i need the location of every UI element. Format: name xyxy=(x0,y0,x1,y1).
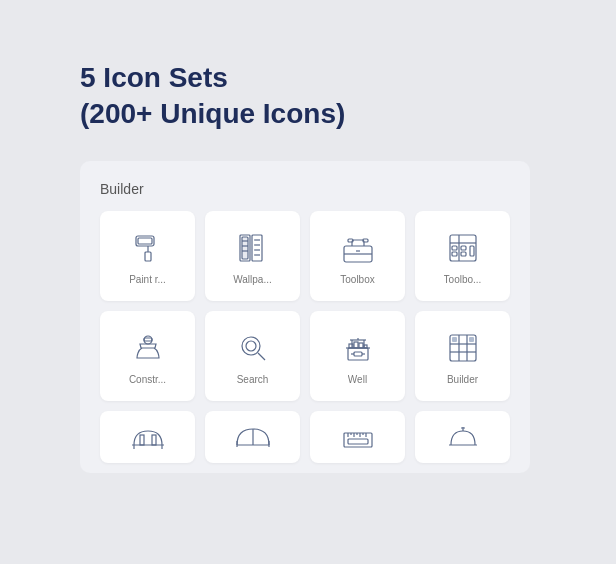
svg-line-30 xyxy=(258,353,265,360)
svg-rect-38 xyxy=(354,352,362,356)
svg-point-31 xyxy=(246,341,256,351)
icon-card-dome[interactable] xyxy=(415,411,510,463)
icon-panel: Builder Paint r... xyxy=(80,161,530,473)
svg-rect-22 xyxy=(452,246,457,250)
svg-rect-1 xyxy=(138,238,152,244)
svg-rect-51 xyxy=(469,337,474,342)
icon-card-toolbox[interactable]: Toolbox xyxy=(310,211,405,301)
construction-worker-icon xyxy=(130,330,166,366)
icon-grid: Paint r... Wallpa... xyxy=(100,211,510,463)
icon-card-toolbox2[interactable]: Toolbo... xyxy=(415,211,510,301)
well-icon xyxy=(340,330,376,366)
svg-rect-44 xyxy=(364,345,367,348)
measure-icon xyxy=(340,419,376,455)
svg-rect-42 xyxy=(354,342,358,348)
icon-label-search: Search xyxy=(237,374,269,385)
icon-label-toolbox2: Toolbo... xyxy=(444,274,482,285)
svg-rect-56 xyxy=(152,435,156,445)
svg-rect-23 xyxy=(461,246,466,250)
icon-label-well: Well xyxy=(348,374,367,385)
main-heading: 5 Icon Sets (200+ Unique Icons) xyxy=(80,60,536,133)
builder-icon xyxy=(445,330,481,366)
toolbox2-icon xyxy=(445,230,481,266)
dome-icon xyxy=(445,419,481,455)
svg-point-29 xyxy=(242,337,260,355)
search-icon xyxy=(235,330,271,366)
svg-rect-25 xyxy=(461,252,466,256)
icon-card-search[interactable]: Search xyxy=(205,311,300,401)
icon-label-wallpaper: Wallpa... xyxy=(233,274,272,285)
icon-card-builder[interactable]: Builder xyxy=(415,311,510,401)
page-wrapper: 5 Icon Sets (200+ Unique Icons) Builder … xyxy=(0,0,616,564)
svg-rect-50 xyxy=(452,337,457,342)
icon-label-paint-roller: Paint r... xyxy=(129,274,166,285)
svg-rect-26 xyxy=(470,246,474,256)
arch2-icon xyxy=(235,419,271,455)
icon-card-measure[interactable] xyxy=(310,411,405,463)
svg-rect-19 xyxy=(450,235,476,261)
svg-rect-9 xyxy=(252,235,262,261)
toolbox-icon xyxy=(340,230,376,266)
panel-title: Builder xyxy=(100,181,510,197)
wallpaper-icon xyxy=(235,230,271,266)
paint-roller-icon xyxy=(130,230,166,266)
icon-card-paint-roller[interactable]: Paint r... xyxy=(100,211,195,301)
icon-card-construction-worker[interactable]: Constr... xyxy=(100,311,195,401)
svg-rect-5 xyxy=(242,237,248,259)
svg-point-27 xyxy=(144,336,152,344)
svg-rect-69 xyxy=(348,439,368,444)
svg-rect-43 xyxy=(359,343,363,348)
svg-rect-24 xyxy=(452,252,457,256)
svg-rect-55 xyxy=(140,435,144,445)
icon-card-well[interactable]: Well xyxy=(310,311,405,401)
icon-card-wallpaper[interactable]: Wallpa... xyxy=(205,211,300,301)
icon-label-construction-worker: Constr... xyxy=(129,374,166,385)
icon-label-builder: Builder xyxy=(447,374,478,385)
svg-rect-3 xyxy=(145,252,151,261)
svg-rect-28 xyxy=(144,338,152,341)
arch-icon xyxy=(130,419,166,455)
icon-card-arch[interactable] xyxy=(100,411,195,463)
icon-card-arch2[interactable] xyxy=(205,411,300,463)
icon-label-toolbox: Toolbox xyxy=(340,274,374,285)
